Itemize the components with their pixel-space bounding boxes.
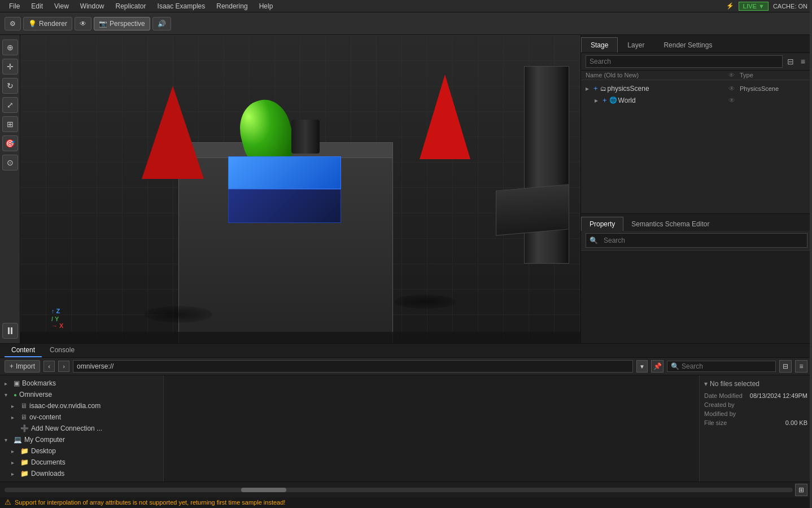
audio-button[interactable]: 🔊 — [152, 17, 171, 30]
live-badge[interactable]: LIVE ▼ — [739, 2, 768, 11]
blue-box — [228, 156, 341, 189]
universal-tool[interactable]: ⊞ — [2, 116, 18, 132]
pin-button[interactable]: 📌 — [651, 360, 663, 373]
tree-eye-physics[interactable]: 👁 — [728, 85, 737, 93]
path-dropdown[interactable]: ▼ — [636, 360, 648, 373]
file-item-desktop[interactable]: ▸ 📁 Desktop — [0, 445, 163, 457]
file-item-downloads[interactable]: ▸ 📁 Downloads — [0, 468, 163, 479]
scroll-track[interactable] — [5, 488, 793, 492]
file-toolbar: + Import ‹ › ▼ 📌 🔍 ⊟ ≡ — [0, 358, 812, 375]
robot-arm — [524, 66, 569, 264]
file-item-ov-content[interactable]: ▸ 🖥 ov-content — [0, 411, 163, 423]
file-info-size: File size 0.00 KB — [704, 419, 807, 426]
tab-semantics[interactable]: Semantics Schema Editor — [623, 217, 717, 231]
tab-render-settings[interactable]: Render Settings — [654, 37, 722, 52]
axes-indicator: ↑ Z / Y → X — [51, 308, 63, 329]
tree-icon-physics: + — [593, 84, 598, 93]
expand-desktop[interactable]: ▸ — [11, 448, 18, 454]
expand-my-computer[interactable]: ▾ — [5, 437, 11, 443]
tree-eye-world[interactable]: 👁 — [728, 97, 737, 104]
file-info-arrow: ▾ — [704, 380, 708, 388]
label-isaac-dev: isaac-dev.ov.nvidia.com — [29, 402, 159, 410]
file-info-modified-by: Modified by — [704, 410, 807, 417]
menu-help[interactable]: Help — [255, 1, 278, 11]
perspective-button[interactable]: 📷 Perspective — [94, 17, 150, 30]
menu-bar: File Edit View Window Replicator Isaac E… — [0, 0, 812, 12]
expand-bookmarks[interactable]: ▸ — [5, 380, 11, 387]
tools-icon: ⚙ — [10, 20, 16, 28]
content-area: ▸ ▣ Bookmarks ▾ ● Omniverse ▸ 🖥 isaac-de… — [0, 375, 812, 481]
tree-expand-world[interactable]: ▸ — [595, 97, 603, 104]
tree-icon-world-add: + — [603, 96, 607, 104]
perspective-icon: 📷 — [99, 20, 107, 28]
content-menu-button[interactable]: ≡ — [795, 360, 807, 373]
file-item-omniverse[interactable]: ▾ ● Omniverse — [0, 389, 163, 400]
tree-label-world: World — [618, 97, 728, 104]
scale-tool[interactable]: ⤢ — [2, 97, 18, 113]
focus-tool[interactable]: ⊙ — [2, 155, 18, 170]
renderer-button[interactable]: 💡 Renderer — [23, 17, 72, 30]
tab-stage[interactable]: Stage — [581, 37, 618, 52]
grid-view-button[interactable]: ⊞ — [795, 484, 807, 496]
snap-tool[interactable]: 🎯 — [2, 135, 18, 151]
expand-omniverse[interactable]: ▾ — [5, 392, 11, 398]
cache-badge: CACHE: ON — [773, 3, 807, 10]
property-search: 🔍 — [581, 231, 812, 251]
expand-documents[interactable]: ▸ — [11, 459, 18, 466]
back-button[interactable]: ‹ — [43, 361, 55, 372]
status-bar: ⚠ Support for interpolation of array att… — [0, 496, 812, 508]
file-item-add-connection[interactable]: ▸ ➕ Add New Connection ... — [0, 423, 163, 434]
scroll-thumb[interactable] — [241, 488, 286, 492]
icon-add-connection: ➕ — [20, 424, 29, 432]
property-search-input[interactable] — [600, 235, 804, 246]
file-search-input[interactable] — [682, 362, 772, 370]
pause-tool[interactable] — [2, 323, 18, 339]
menu-isaac[interactable]: Isaac Examples — [153, 1, 210, 11]
stage-search-input[interactable] — [586, 55, 783, 68]
stage-menu-button[interactable]: ≡ — [798, 56, 807, 67]
forward-button[interactable]: › — [58, 361, 69, 372]
file-item-my-computer[interactable]: ▾ 💻 My Computer — [0, 434, 163, 445]
camera-button[interactable]: 👁 — [75, 17, 91, 30]
file-item-bookmarks[interactable]: ▸ ▣ Bookmarks — [0, 378, 163, 389]
move-tool[interactable]: ✛ — [2, 59, 18, 75]
viewport[interactable]: ↑ Z / Y → X — [20, 35, 580, 343]
import-button[interactable]: + Import — [5, 360, 40, 373]
menu-edit[interactable]: Edit — [27, 1, 47, 11]
expand-downloads[interactable]: ▸ — [11, 471, 18, 477]
audio-icon: 🔊 — [158, 20, 166, 28]
file-tree: ▸ ▣ Bookmarks ▾ ● Omniverse ▸ 🖥 isaac-de… — [0, 375, 164, 481]
icon-my-computer: 💻 — [14, 436, 22, 444]
rotate-tool[interactable]: ↻ — [2, 78, 18, 94]
scene-background: ↑ Z / Y → X — [20, 35, 580, 343]
icon-omniverse: ● — [14, 392, 17, 398]
file-info-created-by: Created by — [704, 401, 807, 408]
status-warning: ⚠ Support for interpolation of array att… — [5, 498, 285, 506]
stage-filter-button[interactable]: ⊟ — [785, 56, 796, 67]
tab-layer[interactable]: Layer — [618, 37, 654, 52]
expand-ov-content[interactable]: ▸ — [11, 414, 18, 421]
menu-view[interactable]: View — [50, 1, 73, 11]
file-item-documents[interactable]: ▸ 📁 Documents — [0, 457, 163, 468]
path-input[interactable] — [73, 360, 633, 373]
tools-button[interactable]: ⚙ — [5, 17, 21, 30]
menu-rendering[interactable]: Rendering — [212, 1, 252, 11]
content-tabs: Content Console — [0, 344, 812, 358]
tree-row-physics[interactable]: ▸ + 🗂 physicsScene 👁 PhysicsScene — [581, 82, 812, 94]
tree-expand-physics[interactable]: ▸ — [586, 85, 593, 93]
menu-replicator[interactable]: Replicator — [111, 1, 151, 11]
tab-console[interactable]: Console — [43, 344, 81, 357]
label-desktop: Desktop — [31, 447, 159, 455]
menu-window[interactable]: Window — [76, 1, 109, 11]
tab-property[interactable]: Property — [581, 217, 623, 231]
file-item-isaac-dev[interactable]: ▸ 🖥 isaac-dev.ov.nvidia.com — [0, 400, 163, 411]
dark-box — [228, 189, 341, 223]
tab-content[interactable]: Content — [5, 344, 42, 357]
tree-row-world[interactable]: ▸ + 🌐 World 👁 — [581, 94, 812, 106]
filter-button[interactable]: ⊟ — [779, 360, 792, 373]
expand-isaac-dev[interactable]: ▸ — [11, 403, 18, 409]
select-tool[interactable]: ⊕ — [2, 40, 18, 55]
label-documents: Documents — [31, 458, 159, 466]
label-downloads: Downloads — [31, 470, 159, 478]
menu-file[interactable]: File — [5, 1, 24, 11]
